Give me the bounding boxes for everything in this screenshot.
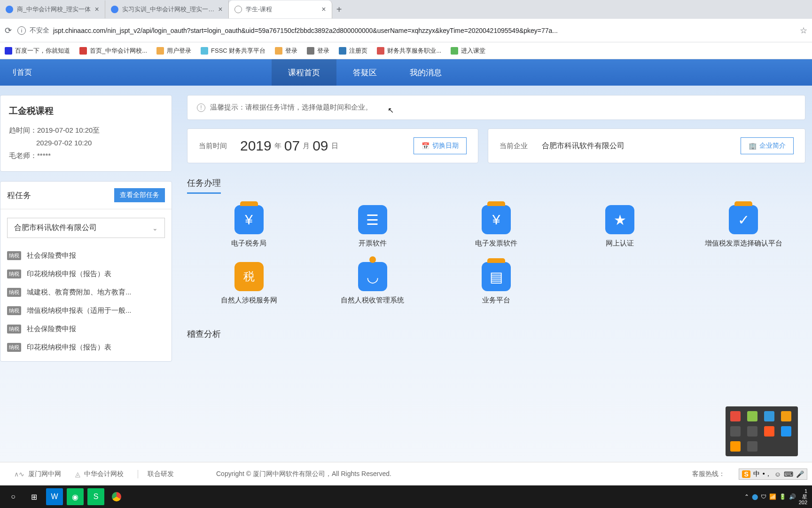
chevron-down-icon: ⌄ <box>152 224 158 232</box>
bookmark-item[interactable]: 进入课堂 <box>451 47 485 55</box>
bookmark-item[interactable]: 首页_中华会计网校... <box>79 47 147 55</box>
bookmark-item[interactable]: 百度一下，你就知道 <box>5 47 70 55</box>
task-badge: 纳税 <box>7 251 21 260</box>
building-icon: 🏢 <box>749 142 757 150</box>
tab-3-active[interactable]: 学生-课程 × <box>229 0 332 18</box>
task-item[interactable]: 纳税增值税纳税申报表（适用于一般... <box>0 302 172 320</box>
hotline-label: 客服热线： <box>692 470 725 478</box>
float-icon[interactable] <box>730 411 741 421</box>
url-field[interactable]: i 不安全 jspt.chinaacc.com/nin_jspt_v2/api/… <box>17 26 794 35</box>
hand-icon: ◡ <box>358 262 387 291</box>
tab-favicon <box>111 6 118 13</box>
float-icon[interactable] <box>747 441 757 452</box>
tray-battery-icon[interactable]: 🔋 <box>779 493 786 500</box>
task-header: 程任务 查看全部任务 <box>0 182 172 209</box>
nav-qa[interactable]: 答疑区 <box>336 59 393 86</box>
float-icon[interactable] <box>747 426 757 437</box>
tab-2[interactable]: 实习实训_中华会计网校_理实一… × <box>105 0 229 18</box>
app-vat-platform[interactable]: ✓增值税发票选择确认平台 <box>682 205 805 248</box>
system-tray[interactable]: ⌃ ⬤ 🛡 📶 🔋 🔊 1星202 <box>744 488 807 505</box>
task-item[interactable]: 纳税印花税纳税申报（报告）表 <box>0 265 172 283</box>
ime-lang[interactable]: 中 <box>753 470 760 478</box>
tab-title: 学生-课程 <box>246 5 272 14</box>
globe-icon <box>234 6 242 13</box>
footer-logo-2: ◬中华会计网校 <box>75 470 124 478</box>
tab-1[interactable]: 商_中华会计网校_理实一体 × <box>0 0 105 18</box>
app-etax-bureau[interactable]: ¥电子税务局 <box>187 205 311 248</box>
new-tab-button[interactable]: + <box>332 2 346 16</box>
floating-panel[interactable] <box>726 406 798 456</box>
tip-bar: ! 温馨提示：请根据任务详情，选择做题时间和企业。 <box>187 95 805 120</box>
ime-keyboard-icon[interactable]: ⌨ <box>784 470 793 478</box>
app-natural-person-tax[interactable]: 税自然人涉税服务网 <box>187 262 311 305</box>
float-icon[interactable] <box>730 426 741 437</box>
ime-mic-icon[interactable]: 🎤 <box>796 470 804 478</box>
search-icon[interactable]: ○ <box>5 488 22 505</box>
bookmark-star-icon[interactable]: ☆ <box>800 25 807 36</box>
task-item[interactable]: 纳税社会保险费申报 <box>0 320 172 338</box>
float-icon[interactable] <box>764 411 774 421</box>
tray-icon[interactable]: 🛡 <box>761 493 766 500</box>
tray-chevron-icon[interactable]: ⌃ <box>744 493 749 500</box>
footer-joint: 联合研发 <box>138 470 174 478</box>
tab-title: 实习实训_中华会计网校_理实一… <box>122 5 214 14</box>
float-icon[interactable] <box>781 411 791 421</box>
taskbar-app-3[interactable]: S <box>87 488 104 505</box>
footer-logo-1: ∧∿厦门网中网 <box>14 470 61 478</box>
task-item[interactable]: 纳税社会保险费申报 <box>0 246 172 265</box>
date-month: 07 <box>284 138 300 154</box>
taskbar-chrome[interactable] <box>108 488 125 505</box>
bookmark-item[interactable]: 注册页 <box>339 47 367 55</box>
clock[interactable]: 1星202 <box>799 488 807 505</box>
info-icon: ! <box>197 103 205 112</box>
nav-home[interactable]: 刂首页 <box>0 68 41 78</box>
bookmark-item[interactable]: 登录 <box>275 47 297 55</box>
ime-punct-icon[interactable]: •， <box>763 470 772 478</box>
bookmark-item[interactable]: 用户登录 <box>156 47 191 55</box>
close-icon[interactable]: × <box>321 5 326 14</box>
bookmark-icon <box>156 47 164 55</box>
tray-icon[interactable]: ⬤ <box>752 493 758 500</box>
taskbar-app-1[interactable]: W <box>46 488 63 505</box>
task-view-icon[interactable]: ⊞ <box>25 488 42 505</box>
app-business-platform[interactable]: ▤业务平台 <box>434 262 558 305</box>
ime-bar[interactable]: S 中 •， ☺ ⌨ 🎤 <box>739 468 807 480</box>
tab-favicon <box>6 6 13 13</box>
chart-icon: ▤ <box>482 262 511 291</box>
tray-wifi-icon[interactable]: 📶 <box>769 493 776 500</box>
app-natural-tax-mgmt[interactable]: ◡自然人税收管理系统 <box>311 262 434 305</box>
company-intro-button[interactable]: 🏢企业简介 <box>741 137 794 154</box>
app-online-auth[interactable]: ★网上认证 <box>558 205 682 248</box>
switch-date-button[interactable]: 📅切换日期 <box>414 137 467 154</box>
view-all-button[interactable]: 查看全部任务 <box>114 188 165 202</box>
course-teacher: 毛老师：***** <box>9 149 163 162</box>
app-invoice-software[interactable]: ☰开票软件 <box>311 205 434 248</box>
section-audit: 稽查分析 <box>187 324 221 343</box>
taskbar-wechat[interactable]: ◉ <box>67 488 84 505</box>
float-icon[interactable] <box>764 426 774 437</box>
close-icon[interactable]: × <box>218 5 222 14</box>
float-icon[interactable] <box>747 411 757 421</box>
ime-face-icon[interactable]: ☺ <box>774 470 781 478</box>
reload-icon[interactable]: ⟳ <box>5 25 12 36</box>
taskbar: ○ ⊞ W ◉ S ⌃ ⬤ 🛡 📶 🔋 🔊 1星202 <box>0 485 812 508</box>
shield-icon: ★ <box>605 205 634 234</box>
bookmark-item[interactable]: FSSC 财务共享平台 <box>201 47 265 55</box>
bookmark-item[interactable]: 登录 <box>307 47 329 55</box>
task-item[interactable]: 纳税城建税、教育费附加、地方教育... <box>0 283 172 302</box>
close-icon[interactable]: × <box>94 5 99 14</box>
nav-course-home[interactable]: 课程首页 <box>272 59 336 86</box>
info-icon[interactable]: i <box>17 26 26 35</box>
course-title: 工金税课程 <box>9 105 163 117</box>
company-label: 当前企业 <box>500 142 528 151</box>
bookmark-item[interactable]: 财务共享服务职业... <box>377 47 441 55</box>
nav-messages[interactable]: 我的消息 <box>393 59 458 86</box>
float-icon[interactable] <box>781 426 791 437</box>
tray-volume-icon[interactable]: 🔊 <box>789 493 796 500</box>
bookmark-icon <box>377 47 384 55</box>
task-item[interactable]: 纳税印花税纳税申报（报告）表 <box>0 338 172 357</box>
task-badge: 纳税 <box>7 306 21 315</box>
float-icon[interactable] <box>730 441 741 452</box>
company-dropdown[interactable]: 合肥市科讯软件有限公司 ⌄ <box>7 218 165 238</box>
app-einvoice-software[interactable]: ¥电子发票软件 <box>434 205 558 248</box>
